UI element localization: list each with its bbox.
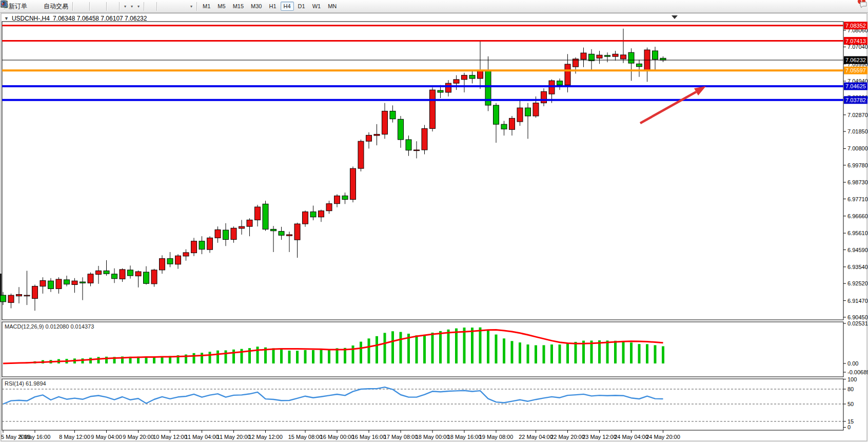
indicators-button[interactable]: ▾ bbox=[122, 0, 128, 12]
date-label: 5 May 16:00 bbox=[19, 434, 51, 440]
timeframe-button-m5[interactable]: M5 bbox=[214, 2, 228, 11]
macd-bar bbox=[257, 347, 259, 363]
candle-body bbox=[120, 270, 125, 279]
chat-button[interactable]: 1 bbox=[859, 0, 863, 12]
horizontal-line-button[interactable] bbox=[163, 0, 167, 12]
candle-body bbox=[279, 232, 284, 236]
chart-title-bar[interactable]: ▼ USDCNH-,H4 7.06348 7.06458 7.06107 7.0… bbox=[4, 15, 147, 22]
date-label: 12 May 12:00 bbox=[248, 434, 283, 440]
collapse-icon[interactable]: ▼ bbox=[4, 16, 9, 21]
timeframe-button-d1[interactable]: D1 bbox=[295, 2, 308, 11]
new-order-button[interactable]: 新订单 bbox=[7, 0, 29, 12]
candle-body bbox=[175, 256, 181, 264]
periods-button[interactable]: ▾ bbox=[128, 0, 135, 12]
macd-bar bbox=[535, 345, 537, 363]
zoom-in-button[interactable] bbox=[92, 0, 96, 12]
price-badge-label: 7.03782 bbox=[845, 97, 866, 103]
timeframe-button-m30[interactable]: M30 bbox=[248, 2, 265, 11]
price-tick-label: 6.95610 bbox=[847, 230, 868, 236]
text-button[interactable]: A bbox=[180, 0, 184, 12]
chevron-down-icon: ▾ bbox=[124, 4, 126, 9]
macd-bar bbox=[312, 350, 314, 363]
search-button[interactable] bbox=[852, 0, 856, 12]
candle-body bbox=[271, 229, 277, 231]
shapes-button[interactable]: ▾ bbox=[188, 0, 194, 12]
candle-body bbox=[565, 64, 570, 85]
macd-bar bbox=[391, 331, 394, 363]
price-badge-label: 7.06232 bbox=[845, 57, 866, 63]
label-button[interactable]: T bbox=[184, 0, 188, 12]
timeframe-button-m15[interactable]: M15 bbox=[230, 2, 247, 11]
date-label: 23 May 12:00 bbox=[582, 434, 617, 440]
macd-bar bbox=[193, 353, 195, 363]
macd-bar bbox=[487, 330, 489, 363]
candle-body bbox=[88, 274, 93, 283]
fibonacci-button[interactable]: F bbox=[175, 0, 180, 12]
candle-body bbox=[215, 229, 221, 238]
candle-body bbox=[628, 52, 634, 63]
new-order-button-label: 新订单 bbox=[9, 2, 27, 11]
candle-body bbox=[207, 238, 213, 249]
timeframe-button-h1[interactable]: H1 bbox=[266, 2, 279, 11]
cursor-button[interactable] bbox=[146, 0, 150, 12]
auto-trading-button[interactable]: 自动交易 bbox=[42, 0, 70, 12]
macd-bar bbox=[646, 344, 648, 363]
macd-bar bbox=[201, 353, 203, 363]
macd-bar bbox=[352, 345, 354, 363]
market-depth-button[interactable] bbox=[29, 0, 33, 12]
timeframe-button-m1[interactable]: M1 bbox=[200, 2, 213, 11]
macd-bar bbox=[97, 357, 100, 363]
crosshair-button[interactable] bbox=[150, 0, 154, 12]
candle-body bbox=[326, 204, 332, 211]
signal-button[interactable] bbox=[37, 0, 42, 12]
macd-bar bbox=[575, 342, 577, 363]
date-label: 16 May 16:00 bbox=[352, 434, 386, 440]
candle-body bbox=[422, 128, 427, 150]
candle-body bbox=[191, 241, 197, 253]
channel-button[interactable]: E bbox=[171, 0, 175, 12]
zoom-out-button[interactable] bbox=[96, 0, 100, 12]
chat-icon bbox=[859, 1, 867, 9]
candle-body bbox=[24, 295, 30, 296]
candle-body bbox=[223, 230, 229, 239]
templates-button[interactable]: ▾ bbox=[135, 0, 142, 12]
candle-chart-button[interactable] bbox=[79, 0, 83, 12]
macd-bar bbox=[328, 349, 330, 363]
macd-bar bbox=[89, 358, 92, 363]
rsi-pane[interactable] bbox=[2, 379, 843, 430]
macd-bar bbox=[662, 346, 664, 363]
macd-bar bbox=[638, 344, 641, 363]
candle-body bbox=[406, 140, 411, 150]
macd-bar bbox=[225, 350, 227, 363]
line-chart-button[interactable] bbox=[83, 0, 87, 12]
candle-body bbox=[104, 271, 109, 274]
chart-shift-button[interactable] bbox=[113, 0, 117, 12]
timeframe-button-mn[interactable]: MN bbox=[325, 2, 340, 11]
macd-bar bbox=[304, 350, 307, 363]
vertical-line-button[interactable] bbox=[159, 0, 163, 12]
candle-body bbox=[541, 91, 547, 103]
timeframe-button-w1[interactable]: W1 bbox=[309, 2, 324, 11]
macd-bar bbox=[288, 351, 291, 363]
community-button[interactable] bbox=[33, 0, 37, 12]
candle-body bbox=[366, 135, 372, 141]
tile-windows-button[interactable] bbox=[100, 0, 104, 12]
macd-bar bbox=[511, 341, 514, 363]
candle-body bbox=[255, 207, 261, 220]
macd-pane[interactable] bbox=[2, 322, 843, 377]
auto-scroll-button[interactable] bbox=[109, 0, 113, 12]
candle-body bbox=[549, 81, 555, 94]
macd-bar bbox=[559, 344, 561, 363]
macd-bar bbox=[216, 351, 219, 363]
trendline-button[interactable] bbox=[167, 0, 171, 12]
timeframe-button-h4[interactable]: H4 bbox=[281, 2, 294, 11]
candle-body bbox=[350, 168, 356, 199]
macd-bar bbox=[360, 342, 362, 363]
auto-trading-button-label: 自动交易 bbox=[44, 2, 68, 11]
macd-bar bbox=[423, 335, 426, 363]
chart-canvas[interactable]: 7.080607.070407.059907.049407.039207.028… bbox=[0, 0, 868, 442]
bar-chart-button[interactable] bbox=[75, 0, 79, 12]
price-tick-label: 6.97710 bbox=[847, 196, 868, 202]
price-tick-label: 6.96660 bbox=[847, 213, 868, 219]
candle-body bbox=[128, 270, 133, 276]
